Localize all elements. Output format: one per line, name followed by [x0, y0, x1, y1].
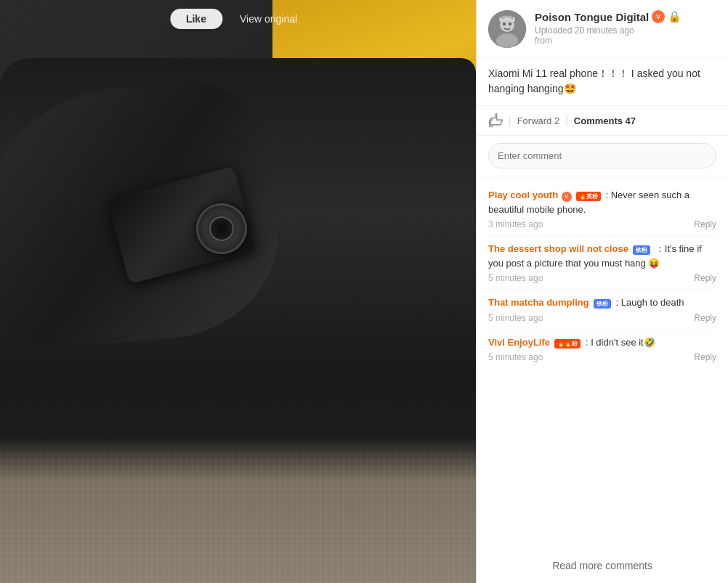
view-original-button[interactable]: View original [231, 9, 306, 29]
comment-item: The dessert shop will not close 铁粉 ：It's… [488, 236, 716, 290]
comment-body: That matcha dumpling 铁粉 : Laugh to death [488, 295, 716, 310]
comment-time: 3 minutes ago [488, 219, 543, 229]
comment-author[interactable]: Play cool youth [488, 189, 558, 200]
comment-footer: 5 minutes ago Reply [488, 352, 716, 362]
post-text: Xiaomi Mi 11 real phone！！！ I asked you n… [488, 66, 716, 97]
stats-bar: | Forward 2 | Comments 47 [477, 106, 728, 136]
info-panel: Poison Tongue Digital V 🔒 Uploaded 20 mi… [476, 0, 728, 583]
comment-fan-badge: 铁粉 [633, 245, 650, 255]
author-name-text: Poison Tongue Digital [535, 11, 649, 23]
comments-stat[interactable]: Comments 47 [574, 115, 636, 126]
avatar-image [488, 10, 526, 48]
svg-point-4 [509, 23, 511, 25]
comment-fan-badge: 铁粉 [594, 299, 611, 309]
comment-input-area [477, 136, 728, 176]
comment-body: Play cool youth V 🔥英粉 : Never seen such … [488, 188, 716, 216]
comment-item: Play cool youth V 🔥英粉 : Never seen such … [488, 182, 716, 236]
stats-divider: | [509, 115, 511, 126]
like-button[interactable]: Like [170, 9, 222, 29]
comment-fan-badge: 🔥英粉 [576, 192, 601, 201]
read-more-button[interactable]: Read more comments [477, 548, 728, 583]
comment-author-badge: V [562, 192, 572, 202]
comment-item: That matcha dumpling 铁粉 : Laugh to death… [488, 290, 716, 330]
verified-badge: V [652, 10, 665, 23]
svg-point-3 [503, 23, 506, 25]
reply-button[interactable]: Reply [694, 352, 716, 362]
author-name-row: Poison Tongue Digital V 🔒 [535, 10, 716, 23]
comments-list: Play cool youth V 🔥英粉 : Never seen such … [477, 176, 728, 548]
comment-time: 5 minutes ago [488, 273, 543, 283]
comment-author[interactable]: That matcha dumpling [488, 297, 589, 308]
thumbs-up-icon [488, 113, 503, 128]
post-image-panel: Like View original [0, 0, 476, 583]
comment-input[interactable] [488, 143, 716, 168]
author-info: Poison Tongue Digital V 🔒 Uploaded 20 mi… [535, 10, 716, 46]
reply-button[interactable]: Reply [694, 273, 716, 283]
upload-time: Uploaded 20 minutes ago from [535, 25, 716, 46]
svg-point-2 [496, 33, 518, 48]
comment-author[interactable]: Vivi EnjoyLife [488, 337, 550, 348]
reply-button[interactable]: Reply [694, 313, 716, 323]
comment-author[interactable]: The dessert shop will not close [488, 243, 628, 254]
comment-footer: 5 minutes ago Reply [488, 273, 716, 283]
comment-body: Vivi EnjoyLife 🔥🔥粉 : I didn't see it🤣 [488, 335, 716, 350]
reply-button[interactable]: Reply [694, 219, 716, 229]
post-content: Xiaomi Mi 11 real phone！！！ I asked you n… [477, 57, 728, 106]
author-lock-icon: 🔒 [668, 10, 682, 23]
comment-footer: 3 minutes ago Reply [488, 219, 716, 229]
comment-text: : Laugh to death [616, 297, 684, 308]
stats-divider2: | [565, 115, 568, 126]
avatar[interactable] [488, 10, 526, 48]
like-stat-button[interactable] [488, 113, 503, 128]
comment-time: 5 minutes ago [488, 352, 543, 362]
comment-footer: 5 minutes ago Reply [488, 313, 716, 323]
post-header: Poison Tongue Digital V 🔒 Uploaded 20 mi… [477, 0, 728, 57]
comment-time: 5 minutes ago [488, 313, 543, 323]
comment-item: Vivi EnjoyLife 🔥🔥粉 : I didn't see it🤣 5 … [488, 330, 716, 369]
post-photo [0, 0, 476, 583]
comment-body: The dessert shop will not close 铁粉 ：It's… [488, 242, 716, 270]
comment-fan-badge: 🔥🔥粉 [554, 339, 581, 348]
forward-stat[interactable]: Forward 2 [517, 115, 560, 126]
comment-text: : I didn't see it🤣 [586, 337, 655, 348]
top-action-buttons: Like View original [170, 9, 306, 29]
